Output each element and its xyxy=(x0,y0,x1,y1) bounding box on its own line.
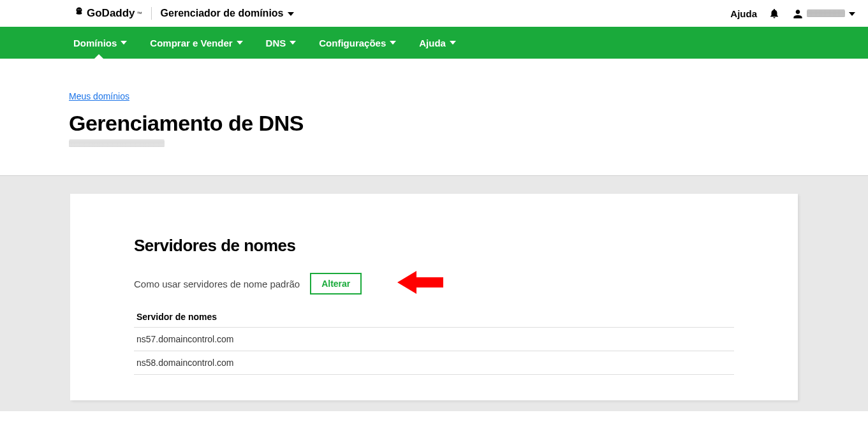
nav-item-comprar-vender[interactable]: Comprar e Vender xyxy=(138,27,254,59)
top-header-left: GoDaddy™ Gerenciador de domínios xyxy=(73,6,294,20)
domain-manager-label: Gerenciador de domínios xyxy=(161,8,284,19)
chevron-down-icon xyxy=(390,41,396,45)
nav-label: Ajuda xyxy=(419,38,446,48)
logo-trademark: ™ xyxy=(137,11,142,17)
nameservers-title: Servidores de nomes xyxy=(134,236,734,256)
account-dropdown[interactable] xyxy=(791,8,855,19)
table-row: ns57.domaincontrol.com xyxy=(134,328,734,351)
chevron-down-icon xyxy=(849,12,855,16)
alterar-button[interactable]: Alterar xyxy=(310,273,362,295)
chevron-down-icon xyxy=(450,41,456,45)
nameservers-table: Servidor de nomes ns57.domaincontrol.com… xyxy=(134,307,734,375)
chevron-down-icon xyxy=(288,12,294,16)
notifications-bell-icon[interactable] xyxy=(769,8,780,19)
nameservers-card: Servidores de nomes Como usar servidores… xyxy=(70,194,798,400)
chevron-down-icon xyxy=(290,41,296,45)
table-header-servidor: Servidor de nomes xyxy=(134,307,734,328)
logo-text: GoDaddy xyxy=(87,7,135,20)
chevron-down-icon xyxy=(121,41,127,45)
nav-label: Comprar e Vender xyxy=(150,38,232,48)
nav-item-dns[interactable]: DNS xyxy=(254,27,308,59)
nameservers-desc-row: Como usar servidores de nome padrão Alte… xyxy=(134,270,734,298)
nav-label: Configurações xyxy=(319,38,386,48)
nav-item-configuracoes[interactable]: Configurações xyxy=(307,27,408,59)
table-row: ns58.domaincontrol.com xyxy=(134,351,734,375)
callout-arrow-icon xyxy=(397,270,443,298)
header-divider xyxy=(151,7,152,20)
domain-manager-dropdown[interactable]: Gerenciador de domínios xyxy=(161,8,294,19)
svg-marker-0 xyxy=(397,271,443,294)
top-header: GoDaddy™ Gerenciador de domínios Ajuda xyxy=(0,0,868,27)
top-header-right: Ajuda xyxy=(730,8,855,19)
breadcrumb-meus-dominios[interactable]: Meus domínios xyxy=(69,91,129,101)
content-area: Servidores de nomes Como usar servidores… xyxy=(0,175,868,411)
nav-label: Domínios xyxy=(73,38,117,48)
logo[interactable]: GoDaddy™ xyxy=(73,6,142,20)
chevron-down-icon xyxy=(237,41,243,45)
help-link[interactable]: Ajuda xyxy=(730,8,757,19)
nav-item-dominios[interactable]: Domínios xyxy=(73,27,138,59)
nameservers-description: Como usar servidores de nome padrão xyxy=(134,279,300,289)
account-name-redacted xyxy=(807,10,845,17)
nav-label: DNS xyxy=(266,38,286,48)
page-title: Gerenciamento de DNS xyxy=(69,111,868,136)
main-nav: Domínios Comprar e Vender DNS Configuraç… xyxy=(0,27,868,59)
domain-name-redacted xyxy=(69,140,165,147)
nav-item-ajuda[interactable]: Ajuda xyxy=(408,27,467,59)
person-icon xyxy=(791,8,803,19)
page-heading-section: Meus domínios Gerenciamento de DNS xyxy=(0,59,868,147)
godaddy-logo-icon xyxy=(73,6,85,20)
